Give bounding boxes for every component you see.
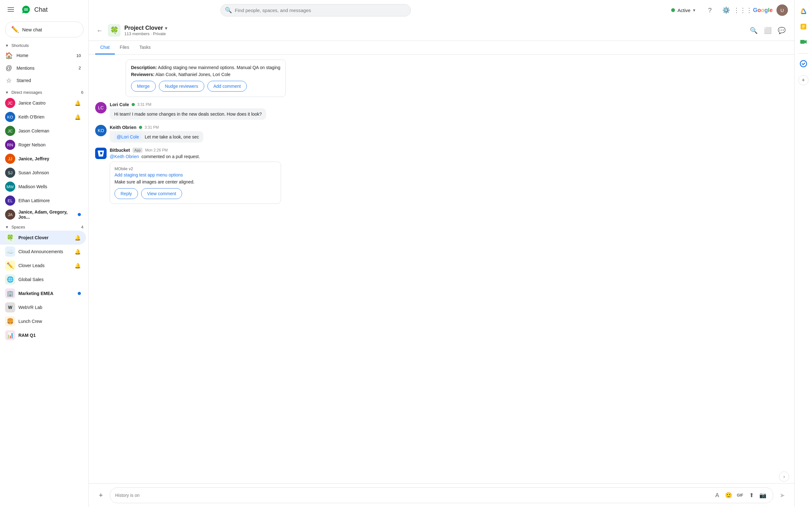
bitbucket-icon [95, 148, 107, 159]
space-clover-leads[interactable]: ✏️ Clover Leads 🔔 [0, 259, 86, 273]
pr-description-label: Description: [131, 65, 157, 70]
add-button[interactable]: + [95, 490, 107, 501]
upload-icon[interactable]: ⬆ [746, 490, 757, 500]
search-chat-button[interactable]: 🔍 [747, 24, 760, 37]
view-comment-button[interactable]: View comment [141, 188, 183, 199]
google-tasks-icon-btn[interactable] [797, 57, 810, 70]
dm-item-jason[interactable]: JC Jason Coleman [0, 124, 86, 138]
search-input[interactable] [220, 4, 411, 16]
add-comment-button[interactable]: Add comment [207, 81, 247, 92]
pr-reviewers-text: Alan Cook, Nathaniel Jones, Lori Cole [155, 72, 231, 77]
status-label: Active [677, 8, 691, 13]
space-name-lunch: Lunch Crew [18, 319, 81, 324]
format-text-icon[interactable]: A [712, 490, 722, 500]
message-row-bitbucket: Bitbucket App Mon 2:26 PM @Keith Obrien … [95, 148, 788, 204]
dm-item-susan[interactable]: SJ Susan Johnson [0, 166, 86, 180]
gif-icon[interactable]: GIF [735, 490, 745, 500]
spaces-section[interactable]: ▼ Spaces 4 [0, 222, 89, 231]
bitbucket-actions: Reply View comment [114, 188, 276, 199]
nudge-reviewers-button[interactable]: Nudge reviewers [159, 81, 204, 92]
google-chat-logo [20, 4, 32, 15]
space-ram-q1[interactable]: 📊 RAM Q1 [0, 328, 86, 342]
topbar: 🔍 Active ▾ ? ⚙️ ⋮⋮⋮ Google U [89, 0, 794, 20]
right-add-button[interactable]: + [798, 75, 809, 85]
space-global-sales[interactable]: 🌐 Global Sales [0, 273, 86, 286]
google-logo: Google [753, 7, 773, 14]
msg-content-keith: Keith Obrien 3:31 PM @Lori Cole Let me t… [110, 125, 788, 143]
dm-count: 6 [81, 90, 84, 95]
msg-header-keith: Keith Obrien 3:31 PM [110, 125, 788, 130]
dm-item-roger[interactable]: RN Roger Nelson [0, 138, 86, 152]
mentions-count: 2 [79, 66, 81, 70]
space-name-webvr: WebVR Lab [18, 305, 81, 310]
dm-item-keith[interactable]: KO Keith O'Brien 🔔 [0, 110, 86, 124]
chat-title-chevron-icon: ▾ [165, 26, 167, 31]
avatar-ethan: EL [5, 195, 15, 206]
back-button[interactable]: ← [95, 26, 104, 36]
logo-area: Chat [20, 4, 48, 15]
space-icon-lunch: 🍔 [5, 316, 15, 326]
reply-button[interactable]: Reply [114, 188, 138, 199]
svg-point-6 [800, 60, 807, 67]
bell-icon-keith: 🔔 [74, 114, 81, 120]
tab-tasks[interactable]: Tasks [134, 41, 156, 55]
dm-name-susan: Susan Johnson [18, 170, 81, 175]
google-drive-icon-btn[interactable] [797, 5, 810, 18]
tab-chat[interactable]: Chat [95, 41, 115, 55]
dm-item-group[interactable]: JA Janice, Adam, Gregory, Jos... [0, 208, 86, 222]
msg-header-bitbucket: Bitbucket App Mon 2:26 PM [110, 148, 788, 153]
group-dot [78, 213, 81, 216]
help-icon-btn[interactable]: ? [704, 4, 716, 16]
avatar-lori: LC [95, 102, 107, 113]
emoji-icon[interactable]: 🙂 [723, 490, 734, 500]
right-sidebar: + [794, 0, 812, 507]
avatar-keith: KO [5, 112, 15, 122]
msg-bubble-keith: @Lori Cole Let me take a look, one sec [110, 131, 203, 143]
google-keep-icon-btn[interactable] [797, 20, 810, 33]
hamburger-icon[interactable] [5, 5, 16, 14]
thread-view-button[interactable]: 💬 [775, 24, 788, 37]
status-button[interactable]: Active ▾ [667, 5, 700, 15]
dm-item-janice-castro[interactable]: JC Janice Castro 🔔 [0, 96, 86, 110]
space-webvr-lab[interactable]: W WebVR Lab [0, 300, 86, 314]
space-marketing-emea[interactable]: 🏢 Marketing EMEA [0, 286, 86, 300]
space-cloud-announcements[interactable]: ☁️ Cloud Announcements 🔔 [0, 245, 86, 259]
space-icon-marketing: 🏢 [5, 288, 15, 298]
bitbucket-link[interactable]: Add staging test app menu options [114, 172, 276, 177]
mentions-icon: @ [5, 64, 13, 72]
new-chat-button[interactable]: ✏️ New chat [5, 21, 84, 38]
shortcuts-section[interactable]: ▼ Shortcuts [0, 40, 89, 49]
dm-item-ethan[interactable]: EL Ethan Lattimore [0, 193, 86, 208]
dm-section[interactable]: ▼ Direct messages 6 [0, 87, 89, 96]
msg-header-lori: Lori Cole 3:31 PM [110, 102, 788, 107]
tab-files[interactable]: Files [115, 41, 135, 55]
mentions-nav-item[interactable]: @ Mentions 2 [0, 62, 86, 74]
dm-name-ethan: Ethan Lattimore [18, 198, 81, 203]
home-nav-item[interactable]: 🏠 Home 10 [0, 49, 86, 62]
video-icon[interactable]: 📷 [758, 490, 768, 500]
merge-button[interactable]: Merge [131, 81, 156, 92]
scroll-down-button[interactable]: › [779, 471, 789, 482]
bitbucket-action: commented on a pull request. [142, 154, 200, 159]
starred-icon: ☆ [5, 77, 13, 84]
input-actions: A 🙂 GIF ⬆ 📷 [712, 490, 768, 500]
dm-item-madison[interactable]: MW Madison Wells [0, 180, 86, 193]
avatar-janice-jeffrey: JJ [5, 154, 15, 164]
send-button[interactable]: ➤ [776, 490, 788, 501]
split-view-button[interactable]: ⬜ [761, 24, 774, 37]
dm-name-madison: Madison Wells [18, 184, 81, 189]
apps-icon-btn[interactable]: ⋮⋮⋮ [737, 4, 749, 16]
chat-title[interactable]: Project Clover ▾ [124, 25, 744, 32]
starred-label: Starred [16, 78, 81, 83]
dm-item-janice-jeffrey[interactable]: JJ Janice, Jeffrey [0, 152, 86, 166]
user-avatar[interactable]: U [776, 4, 788, 16]
bitbucket-card: MObile v2 Add staging test app menu opti… [110, 162, 281, 204]
starred-nav-item[interactable]: ☆ Starred [0, 74, 86, 87]
spaces-label: Spaces [11, 225, 25, 229]
message-input[interactable] [115, 493, 710, 498]
msg-name-bitbucket: Bitbucket [110, 148, 130, 153]
space-lunch-crew[interactable]: 🍔 Lunch Crew [0, 314, 86, 328]
settings-icon-btn[interactable]: ⚙️ [720, 4, 733, 16]
google-meet-icon-btn[interactable] [797, 36, 810, 48]
space-project-clover[interactable]: 🍀 Project Clover 🔔 [0, 231, 86, 245]
